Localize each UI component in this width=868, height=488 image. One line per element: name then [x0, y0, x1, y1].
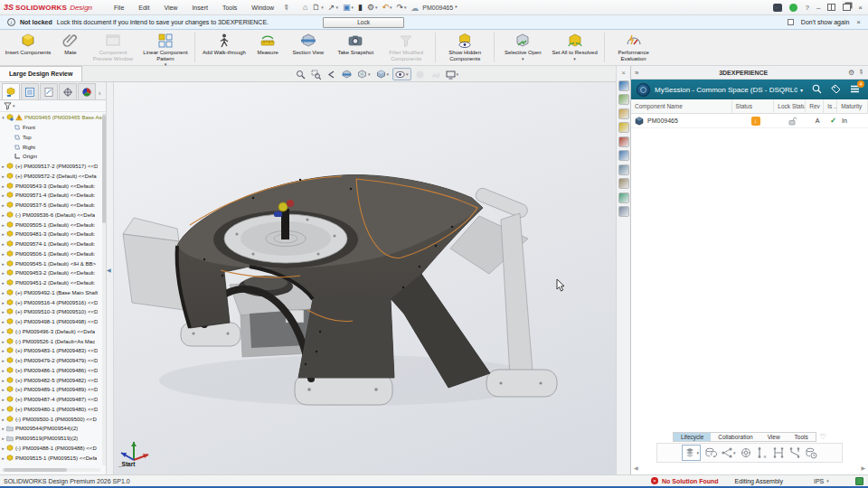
menu-window[interactable]: Window [244, 3, 281, 13]
expand-icon[interactable]: ▸ [0, 455, 6, 461]
expand-icon[interactable]: ▸ [0, 348, 6, 353]
dont-show-again-checkbox[interactable] [788, 19, 794, 25]
tree-component-item[interactable]: ▸PM009506-1 (Default) <<Default: [0, 249, 102, 259]
tree-filter-row[interactable]: ▾ [0, 100, 106, 112]
tree-component-item[interactable]: ▸(+) PM009492-1 (Base Main Shaft [0, 288, 102, 298]
tree-component-item[interactable]: ▸(+) PM009479-2 (PM009479) <<D [0, 356, 102, 366]
menu-hamburger-icon[interactable]: 4 [850, 84, 860, 96]
filter-funnel-icon[interactable] [4, 102, 12, 110]
scroll-left-icon[interactable]: ◀ [634, 465, 638, 473]
mate-button[interactable]: Mate [55, 31, 86, 64]
column-header-is-[interactable]: Is ... [824, 99, 837, 114]
expand-icon[interactable]: ▸ [0, 329, 6, 334]
tree-component-item[interactable]: ▸(+) PM009517-2 (PM009517) <<D [0, 162, 102, 172]
expand-icon[interactable]: ▸ [0, 222, 6, 228]
rebuild-traffic-light-icon[interactable]: ▮ [357, 2, 363, 14]
lifecycle-tool-revisions[interactable] [704, 446, 717, 459]
panel-splitter[interactable]: ◀ [107, 82, 114, 474]
tree-component-item[interactable]: ▸(+) PM009489-1 (PM009489) <<D [0, 385, 102, 395]
tree-component-item[interactable]: ▸PM009481-3 (Default) <<Default: [0, 230, 102, 239]
view-settings-icon[interactable]: ▾ [444, 68, 461, 80]
show-hidden-components-button[interactable]: Show Hidden Components [439, 31, 490, 64]
column-header-component-name[interactable]: Component Name [631, 99, 732, 114]
expand-icon[interactable]: ▸ [0, 417, 6, 422]
session-chevron-icon[interactable]: ▾ [800, 87, 803, 93]
column-header-status[interactable]: Status [732, 99, 775, 114]
tree-tab-display-manager[interactable] [78, 83, 96, 99]
undo-icon[interactable]: ↶▾ [381, 2, 392, 14]
document-status-icon[interactable] [855, 477, 863, 485]
panel-settings-gear-icon[interactable]: ⚙ [848, 69, 854, 77]
restore-button[interactable] [843, 4, 851, 11]
expand-icon[interactable]: ▸ [0, 339, 6, 344]
filter-dropdown-icon[interactable]: ▾ [13, 103, 15, 108]
command-console-icon[interactable]: >_ [773, 4, 782, 12]
expand-icon[interactable]: ▸ [0, 300, 6, 305]
save-icon[interactable]: ▣▾ [342, 2, 354, 14]
tree-component-item[interactable]: ▸(+) PM009498-1 (PM009498) <<D [0, 317, 102, 327]
options-gear-icon[interactable]: ⚙▾ [366, 2, 379, 14]
column-header-maturity[interactable]: Maturity [837, 99, 868, 114]
expand-icon[interactable]: ▸ [0, 261, 6, 267]
tree-component-item[interactable]: ▸(+) PM009572-2 (Default) <<Defa [0, 172, 102, 182]
expand-icon[interactable]: ▸ [0, 192, 6, 198]
lifecycle-tool-branch[interactable] [772, 446, 785, 459]
tree-geometry-origin[interactable]: Origin [0, 152, 102, 162]
lifecycle-tool-history[interactable] [805, 446, 817, 459]
lifecycle-tool-new-content[interactable]: ▾ [682, 445, 701, 461]
close-button[interactable]: × [858, 4, 863, 12]
view-orientation-icon[interactable]: ▾ [355, 68, 373, 80]
expand-icon[interactable]: ▸ [0, 164, 6, 169]
tree-component-item[interactable]: ▸PM009453-2 (Default) <<Default: [0, 268, 102, 278]
zoom-to-fit-icon[interactable] [294, 68, 307, 80]
menu-insert[interactable]: Insert [184, 3, 215, 13]
expand-icon[interactable]: ▸ [0, 280, 6, 286]
tree-component-item[interactable]: ▸PM009544(PM009544)(2) [0, 424, 102, 434]
expand-icon[interactable]: ▸ [0, 202, 6, 208]
pin-menu-icon[interactable]: ✎ [281, 2, 291, 12]
menu-view[interactable]: View [156, 3, 184, 13]
expand-icon[interactable]: ▸ [0, 251, 6, 257]
expand-icon[interactable]: ▸ [0, 358, 6, 363]
session-title[interactable]: MySession - Common Space (DS - DSQRL0... [655, 86, 797, 94]
tree-component-item[interactable]: ▸PM009515-1 (PM009515) <<Defa [0, 453, 102, 463]
measure-button[interactable]: Measure [251, 31, 284, 64]
menu-file[interactable]: File [107, 3, 131, 13]
redo-icon[interactable]: ↷▾ [396, 2, 408, 14]
tree-tab-configuration-manager[interactable] [40, 83, 58, 99]
tree-component-item[interactable]: ▸PM009519(PM009519)(2) [0, 434, 102, 444]
units-selector[interactable]: IPS [814, 478, 824, 484]
3dcompass-icon[interactable] [637, 83, 650, 97]
tree-component-item[interactable]: ▸(+) PM009516-4 (PM009516) <<D [0, 297, 102, 307]
scene-colors-icon[interactable] [618, 136, 629, 147]
notification-close-icon[interactable]: × [856, 18, 861, 26]
task-pane-close-icon[interactable]: × [621, 69, 626, 77]
tree-component-item[interactable]: ▸(+) PM009482-5 (PM009482) <<D [0, 375, 102, 385]
tree-component-item[interactable]: ▸(+) PM009486-1 (PM009486) <<D [0, 366, 102, 376]
tree-vertical-scrollbar[interactable] [102, 113, 106, 465]
column-header-lock-status[interactable]: Lock Status [774, 99, 806, 114]
favorites-heart-icon[interactable]: ♡ [820, 433, 826, 441]
previous-view-icon[interactable] [325, 68, 338, 80]
lock-button[interactable]: Lock [323, 17, 404, 28]
lifecycle-tool-share[interactable]: ▾ [721, 446, 736, 459]
panel-tab-view[interactable]: View [760, 433, 788, 441]
3d-model-assembly[interactable] [114, 82, 616, 474]
tree-component-item[interactable]: ▸PM009574-1 (Default) <<Default: [0, 239, 102, 249]
connection-status-icon[interactable] [789, 4, 797, 12]
tree-component-item[interactable]: ▸(-) PM009488-1 (PM009488) <<D [0, 444, 102, 454]
appearances-icon[interactable] [618, 122, 629, 133]
display-style-icon[interactable]: ▾ [374, 68, 392, 80]
units-dropdown-icon[interactable]: ▾ [826, 478, 829, 483]
menu-edit[interactable]: Edit [131, 3, 156, 13]
tree-geometry-top[interactable]: Top [0, 133, 102, 143]
expand-icon[interactable]: ▸ [0, 397, 6, 402]
tree-component-item[interactable]: ▸(-) PM009496-3 (Default) <<Defa [0, 327, 102, 337]
panel-tab-lifecycle[interactable]: Lifecycle [674, 433, 711, 441]
column-header-rev[interactable]: Rev [806, 99, 824, 114]
tree-component-item[interactable]: ▸(-) PM009500-1 (PM009500) <<D [0, 414, 102, 424]
expand-icon[interactable]: ▸ [0, 231, 6, 237]
tree-component-item[interactable]: ▸PM009543-3 (Default) <<Default: [0, 181, 102, 191]
new-document-icon[interactable]: 🗋▾ [311, 2, 325, 14]
open-icon[interactable]: ↗▾ [327, 2, 339, 14]
